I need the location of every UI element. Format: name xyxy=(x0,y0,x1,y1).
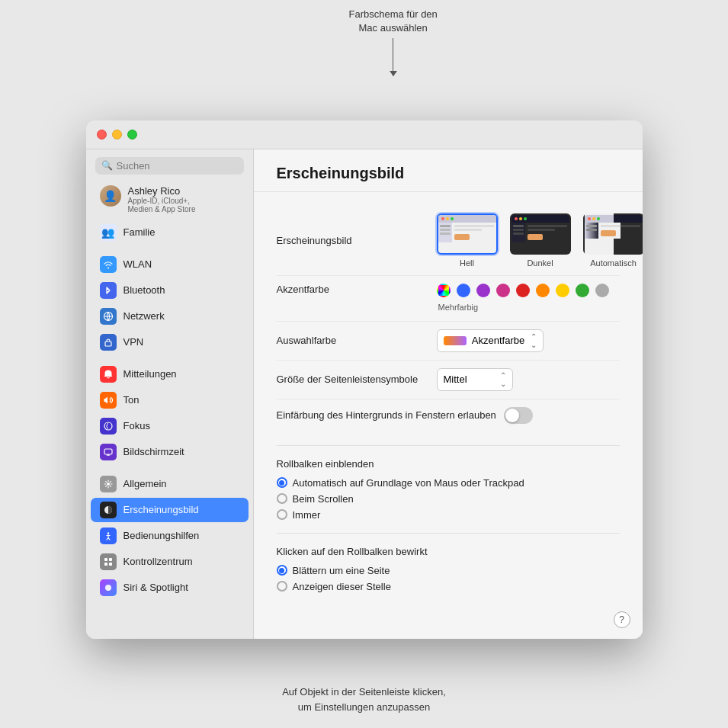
sidebar-item-familie[interactable]: 👥 Familie xyxy=(91,220,249,245)
radio-spot-label: Anzeigen dieser Stelle xyxy=(293,581,391,592)
sidebar: 🔍 👤 Ashley Rico Apple-ID, iCloud+,Medien… xyxy=(86,149,254,639)
appearance-option-dunkel[interactable]: Dunkel xyxy=(510,213,571,268)
chevron-updown-icon: ⌃⌄ xyxy=(500,371,506,388)
mitteilungen-icon xyxy=(100,366,117,383)
radio-auto xyxy=(277,477,287,488)
rollbalken-option-scroll[interactable]: Beim Scrollen xyxy=(277,493,620,505)
annotation-bottom-line2: um Einstellungen anzupassen xyxy=(298,701,430,713)
appearance-control: Hell xyxy=(437,213,643,268)
appearance-label-dunkel: Dunkel xyxy=(527,258,553,268)
swatch-blue[interactable] xyxy=(457,284,470,297)
sidebar-label-bildschirmzeit: Bildschirmzeit xyxy=(123,446,184,457)
swatch-purple[interactable] xyxy=(476,284,490,297)
familie-icon: 👥 xyxy=(100,224,117,241)
netzwerk-icon xyxy=(100,308,117,325)
sidebar-label-bedienungshilfen: Bedienungshilfen xyxy=(123,530,200,541)
bildschirmzeit-icon xyxy=(100,444,117,460)
help-button[interactable]: ? xyxy=(614,611,630,628)
sidebar-item-erscheinungsbild[interactable]: Erscheinungsbild xyxy=(91,498,249,522)
bluetooth-icon xyxy=(100,282,117,299)
system-preferences-window: 🔍 👤 Ashley Rico Apple-ID, iCloud+,Medien… xyxy=(86,120,643,639)
search-input[interactable] xyxy=(117,160,238,172)
ton-icon xyxy=(100,392,117,409)
sidebar-label-bluetooth: Bluetooth xyxy=(123,284,165,296)
panel-title: Erscheinungsbild xyxy=(277,165,620,182)
klicken-heading: Klicken auf den Rollbalken bewirkt xyxy=(277,546,620,557)
sidebar-item-netzwerk[interactable]: Netzwerk xyxy=(91,304,249,329)
auswahlfarbe-row: Auswahlfarbe Akzentfarbe ⌃⌄ xyxy=(277,322,620,361)
chevron-down-icon: ⌃⌄ xyxy=(531,332,537,349)
auswahlfarbe-label: Auswahlfarbe xyxy=(277,335,429,346)
akzentfarbe-row: Akzentfarbe xyxy=(277,276,620,322)
sidebar-item-ton[interactable]: Ton xyxy=(91,388,249,412)
radio-page xyxy=(277,565,287,576)
auswahlfarbe-dropdown[interactable]: Akzentfarbe ⌃⌄ xyxy=(437,329,544,352)
swatch-orange[interactable] xyxy=(536,284,550,297)
settings-section: Erscheinungsbild xyxy=(254,192,643,445)
auswahlfarbe-value: Akzentfarbe xyxy=(472,335,524,346)
sidebar-label-netzwerk: Netzwerk xyxy=(123,310,165,322)
swatch-pink[interactable] xyxy=(496,284,510,297)
swatch-green[interactable] xyxy=(576,284,589,297)
sidebar-label-vpn: VPN xyxy=(123,336,144,348)
swatch-yellow[interactable] xyxy=(556,284,569,297)
seitenleiste-control: Mittel ⌃⌄ xyxy=(437,368,620,391)
fokus-icon xyxy=(100,418,117,435)
annotation-top: Farbschema für den Mac auswählen xyxy=(349,8,438,76)
user-info: Ashley Rico Apple-ID, iCloud+,Medien & A… xyxy=(128,185,196,213)
appearance-options: Hell xyxy=(437,213,643,268)
sidebar-item-vpn[interactable]: VPN xyxy=(91,330,249,354)
sidebar-item-user[interactable]: 👤 Ashley Rico Apple-ID, iCloud+,Medien &… xyxy=(91,180,249,219)
einfaerbung-control xyxy=(504,407,620,424)
sidebar-item-fokus[interactable]: Fokus xyxy=(91,414,249,438)
search-bar[interactable]: 🔍 xyxy=(95,157,244,175)
sidebar-item-bedienungshilfen[interactable]: Bedienungshilfen xyxy=(91,524,249,548)
swatch-red[interactable] xyxy=(516,284,530,297)
sidebar-item-siri[interactable]: Siri & Spotlight xyxy=(91,576,249,600)
einfaerbung-toggle[interactable] xyxy=(504,407,533,424)
einfaerbung-label: Einfärbung des Hintergrunds in Fenstern … xyxy=(277,409,496,421)
svg-rect-9 xyxy=(109,563,112,566)
vpn-icon xyxy=(100,334,117,351)
swatch-graphite[interactable] xyxy=(595,284,609,297)
radio-always xyxy=(277,509,287,520)
appearance-row-label: Erscheinungsbild xyxy=(277,235,429,246)
sidebar-item-bluetooth[interactable]: Bluetooth xyxy=(91,278,249,303)
sidebar-item-kontrollzentrum[interactable]: Kontrollzentrum xyxy=(91,550,249,574)
siri-icon xyxy=(100,579,117,596)
svg-point-5 xyxy=(107,532,108,534)
erscheinungsbild-icon xyxy=(100,502,117,518)
einfaerbung-row: Einfärbung des Hintergrunds in Fenstern … xyxy=(277,399,620,431)
appearance-option-automatisch[interactable]: Automatisch xyxy=(583,213,643,268)
svg-rect-7 xyxy=(109,558,112,561)
appearance-option-hell[interactable]: Hell xyxy=(437,213,498,268)
maximize-button[interactable] xyxy=(127,130,137,140)
thumbnail-automatisch xyxy=(583,213,643,255)
rollbalken-option-always[interactable]: Immer xyxy=(277,509,620,521)
klicken-section: Klicken auf den Rollbalken bewirkt Blätt… xyxy=(254,534,643,605)
sidebar-label-fokus: Fokus xyxy=(123,420,150,431)
sidebar-item-bildschirmzeit[interactable]: Bildschirmzeit xyxy=(91,440,249,464)
rollbalken-option-auto[interactable]: Automatisch auf Grundlage von Maus oder … xyxy=(277,477,620,489)
annotation-top-line1: Farbschema für den xyxy=(349,8,438,20)
annotation-bottom: Auf Objekt in der Seitenleiste klicken, … xyxy=(282,685,446,714)
rollbalken-heading: Rollbalken einblenden xyxy=(277,458,620,470)
close-button[interactable] xyxy=(97,130,107,140)
sidebar-item-allgemein[interactable]: Allgemein xyxy=(91,472,249,496)
klicken-option-spot[interactable]: Anzeigen dieser Stelle xyxy=(277,581,620,592)
minimize-button[interactable] xyxy=(112,130,122,140)
sidebar-item-mitteilungen[interactable]: Mitteilungen xyxy=(91,362,249,386)
klicken-option-page[interactable]: Blättern um eine Seite xyxy=(277,565,620,576)
sidebar-label-kontrollzentrum: Kontrollzentrum xyxy=(123,556,193,567)
sidebar-label-ton: Ton xyxy=(123,394,140,406)
annotation-bottom-line1: Auf Objekt in der Seitenleiste klicken, xyxy=(282,686,446,698)
seitenleiste-dropdown[interactable]: Mittel ⌃⌄ xyxy=(437,368,513,391)
help-label: ? xyxy=(619,614,624,625)
panel-header: Erscheinungsbild xyxy=(254,149,643,192)
search-icon: 🔍 xyxy=(101,160,113,171)
klicken-radio-group: Blättern um eine Seite Anzeigen dieser S… xyxy=(277,565,620,592)
sidebar-item-wlan[interactable]: WLAN xyxy=(91,252,249,277)
radio-page-label: Blättern um eine Seite xyxy=(293,565,390,576)
swatch-multicolor[interactable] xyxy=(437,284,451,297)
wlan-icon xyxy=(100,256,117,273)
